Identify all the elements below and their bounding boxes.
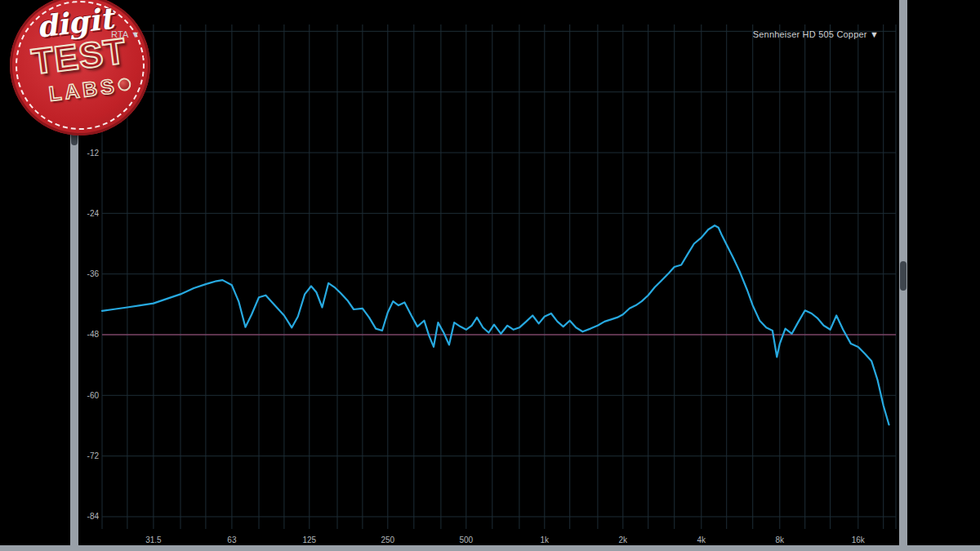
right-scrollbar[interactable] — [899, 0, 907, 551]
x-axis-tick-label: 63 — [227, 535, 237, 544]
y-axis-tick-label: -48 — [87, 330, 100, 339]
x-axis-tick-label: 8k — [776, 535, 786, 544]
x-axis-tick-label: 31.5 — [145, 535, 162, 544]
right-scrollbar-thumb[interactable] — [900, 261, 906, 291]
digit-test-labs-logo: digit TEST LABS — [10, 0, 150, 136]
y-axis-tick-label: -60 — [87, 391, 100, 400]
measurement-mode-dropdown[interactable]: RTA ▼ — [111, 29, 140, 39]
x-axis-tick-label: 1k — [541, 535, 550, 544]
bottom-scrollbar[interactable] — [0, 545, 980, 551]
y-axis-tick-label: -84 — [87, 512, 100, 521]
y-axis-tick-label: -72 — [87, 451, 100, 460]
frequency-response-trace — [102, 225, 889, 424]
x-axis-tick-label: 500 — [459, 535, 473, 544]
x-axis-tick-label: 2k — [619, 535, 629, 544]
x-axis-tick-label: 16k — [852, 535, 866, 544]
x-axis-tick-label: 125 — [302, 535, 316, 544]
device-dropdown[interactable]: Sennheiser HD 505 Copper ▼ — [753, 29, 879, 39]
y-axis-tick-label: -24 — [87, 209, 100, 218]
x-axis-tick-label: 250 — [381, 535, 394, 544]
y-axis-tick-label: -36 — [87, 269, 100, 278]
y-axis-tick-label: -12 — [87, 149, 100, 158]
logo-badge-circle: digit TEST LABS — [2, 0, 158, 144]
x-axis-tick-label: 4k — [697, 535, 707, 544]
